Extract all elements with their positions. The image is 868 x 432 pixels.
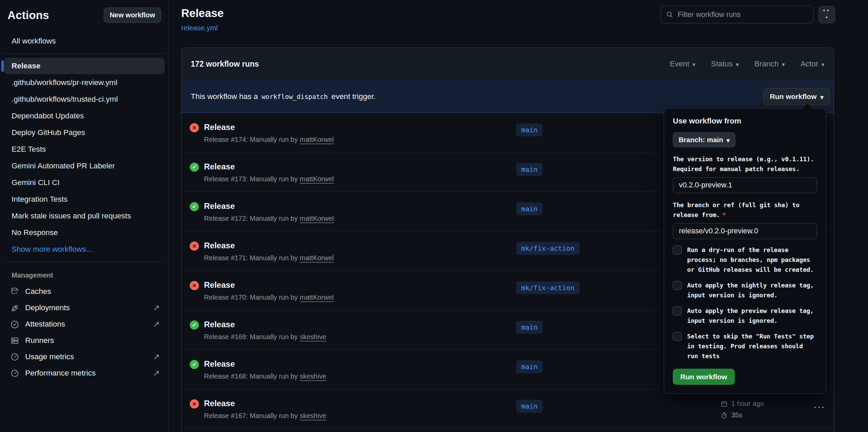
run-title-link[interactable]: Release	[204, 122, 235, 132]
chevron-down-icon	[821, 60, 824, 68]
run-meta: 1 hour ago 35s	[720, 400, 764, 419]
chevron-down-icon	[820, 93, 823, 101]
run-started: 1 hour ago	[731, 400, 764, 408]
actor-link[interactable]: skeshive	[300, 412, 326, 419]
actor-link[interactable]: mattKorwel	[300, 254, 334, 262]
required-asterisk: *	[722, 211, 726, 218]
branch-badge[interactable]: mk/fix-action	[516, 242, 580, 255]
sidebar-item-caches[interactable]: Caches	[4, 283, 165, 300]
filter-branch[interactable]: Branch	[754, 60, 785, 68]
run-title-link[interactable]: Release	[204, 359, 235, 369]
success-icon	[190, 202, 199, 211]
meter-icon	[10, 352, 19, 362]
new-workflow-button[interactable]: New workflow	[104, 7, 161, 23]
sidebar-item-gemini-cli-ci[interactable]: Gemini CLI CI	[4, 175, 165, 191]
sidebar-item-trusted-ci[interactable]: .github/workflows/trusted-ci.yml	[4, 91, 165, 107]
sidebar-item-usage-metrics[interactable]: Usage metrics ↗	[4, 349, 165, 365]
version-field-label: The version to release (e.g., v0.1.11). …	[673, 154, 817, 174]
actions-sidebar: Actions New workflow All workflows Relea…	[0, 0, 169, 432]
sidebar-item-integration-tests[interactable]: Integration Tests	[4, 191, 165, 207]
branch-badge[interactable]: mk/fix-action	[516, 281, 580, 294]
sidebar-divider	[3, 262, 165, 262]
workflow-run-row	[182, 429, 834, 432]
version-input[interactable]	[673, 177, 817, 193]
runs-count: 172 workflow runs	[191, 60, 259, 69]
ref-input[interactable]	[673, 223, 817, 239]
page-kebab-menu-button[interactable]	[818, 6, 835, 23]
sidebar-item-all-workflows[interactable]: All workflows	[4, 33, 165, 49]
branch-badge[interactable]: main	[516, 202, 543, 215]
run-title-link[interactable]: Release	[204, 201, 235, 211]
actor-link[interactable]: mattKorwel	[300, 294, 334, 301]
preview-tag-checkbox-row[interactable]: Auto apply the preview release tag, inpu…	[673, 306, 817, 326]
branch-badge[interactable]: main	[516, 400, 543, 413]
checkbox-icon[interactable]	[673, 332, 682, 341]
calendar-icon	[720, 400, 728, 408]
run-title-link[interactable]: Release	[204, 280, 235, 290]
filter-bar: Event Status Branch Actor	[670, 60, 824, 68]
sidebar-item-deploy-github-pages[interactable]: Deploy GitHub Pages	[4, 124, 165, 141]
filter-workflow-runs-search[interactable]	[661, 6, 814, 23]
filter-event[interactable]: Event	[670, 60, 696, 68]
dry-run-checkbox-row[interactable]: Run a dry-run of the release process; no…	[673, 245, 817, 275]
sidebar-item-release[interactable]: Release	[4, 58, 165, 74]
run-workflow-submit-button[interactable]: Run workflow	[673, 369, 735, 385]
sidebar-item-pr-review[interactable]: .github/workflows/pr-review.yml	[4, 74, 165, 91]
show-more-workflows-link[interactable]: Show more workflows...	[4, 241, 165, 257]
skip-tests-checkbox-row[interactable]: Select to skip the "Run Tests" step in t…	[673, 331, 817, 361]
sidebar-item-e2e-tests[interactable]: E2E Tests	[4, 141, 165, 157]
nightly-tag-checkbox-row[interactable]: Auto apply the nightly release tag, inpu…	[673, 280, 817, 300]
sidebar-item-no-response[interactable]: No Response	[4, 225, 165, 241]
chevron-down-icon	[736, 60, 739, 68]
sidebar-item-performance-metrics[interactable]: Performance metrics ↗	[4, 365, 165, 381]
search-input[interactable]	[678, 11, 808, 19]
branch-badge[interactable]: main	[516, 123, 543, 136]
chevron-down-icon	[782, 60, 785, 68]
checkbox-icon[interactable]	[673, 306, 682, 315]
run-kebab-menu-button[interactable]	[814, 404, 824, 411]
management-section-label: Management	[0, 266, 169, 283]
chevron-down-icon	[692, 60, 695, 68]
filter-status[interactable]: Status	[711, 60, 739, 68]
stopwatch-icon	[720, 412, 728, 419]
success-icon	[190, 320, 199, 330]
server-icon	[10, 336, 19, 345]
failure-icon	[190, 123, 199, 132]
branch-badge[interactable]: main	[516, 321, 543, 334]
run-workflow-popover: Use workflow from Branch: main The versi…	[664, 108, 826, 394]
success-icon	[190, 163, 199, 172]
branch-badge[interactable]: main	[516, 163, 543, 176]
run-workflow-dropdown-button[interactable]: Run workflow	[764, 88, 830, 105]
workflow-run-row[interactable]: Release Release #167: Manually run byske…	[182, 389, 834, 429]
run-title-link[interactable]: Release	[204, 162, 235, 171]
sidebar-item-gemini-pr-labeler[interactable]: Gemini Automated PR Labeler	[4, 158, 165, 174]
sidebar-item-mark-stale[interactable]: Mark stale issues and pull requests	[4, 208, 165, 224]
rocket-icon	[10, 303, 19, 313]
filter-actor[interactable]: Actor	[800, 60, 824, 68]
actor-link[interactable]: skeshive	[300, 372, 326, 380]
actor-link[interactable]: mattKorwel	[300, 136, 334, 143]
checkbox-icon[interactable]	[673, 246, 682, 254]
run-title-link[interactable]: Release	[204, 320, 235, 329]
verified-badge-icon	[10, 320, 19, 329]
branch-badge[interactable]: main	[516, 360, 543, 373]
workflow-file-link[interactable]: release.yml	[181, 24, 218, 32]
sidebar-item-runners[interactable]: Runners	[4, 332, 165, 349]
failure-icon	[190, 399, 199, 409]
run-title-link[interactable]: Release	[204, 399, 235, 408]
failure-icon	[190, 242, 199, 251]
actor-link[interactable]: mattKorwel	[300, 175, 334, 183]
run-title-link[interactable]: Release	[204, 241, 235, 250]
actor-link[interactable]: skeshive	[300, 333, 326, 340]
sidebar-item-attestations[interactable]: Attestations ↗	[4, 316, 165, 332]
external-link-icon: ↗	[153, 303, 160, 313]
failure-icon	[190, 281, 199, 290]
ref-field-label: The branch or ref (full git sha) to rele…	[673, 200, 817, 220]
sidebar-item-dependabot-updates[interactable]: Dependabot Updates	[4, 108, 165, 124]
meter-icon	[10, 369, 19, 378]
sidebar-item-deployments[interactable]: Deployments ↗	[4, 300, 165, 316]
success-icon	[190, 360, 199, 369]
branch-selector-button[interactable]: Branch: main	[673, 132, 735, 147]
actor-link[interactable]: mattKorwel	[300, 215, 334, 222]
checkbox-icon[interactable]	[673, 281, 682, 290]
